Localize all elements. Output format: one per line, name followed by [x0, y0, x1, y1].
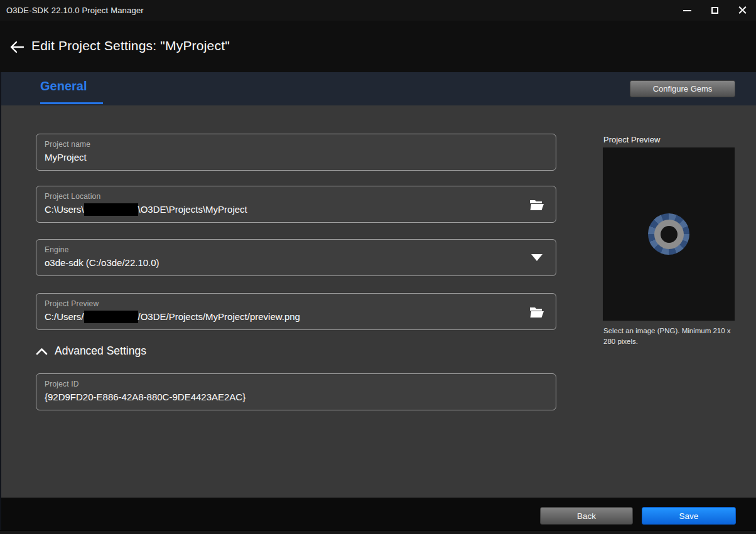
- project-location-label: Project Location: [45, 192, 556, 201]
- project-id-value: {92D9FD20-E886-42A8-880C-9DE4423AE2AC}: [45, 392, 556, 402]
- engine-dropdown[interactable]: Engine o3de-sdk (C:/o3de/22.10.0): [36, 239, 556, 276]
- project-id-field[interactable]: Project ID {92D9FD20-E886-42A8-880C-9DE4…: [36, 373, 556, 410]
- browse-location-button[interactable]: [528, 196, 546, 213]
- preview-helper-text: Select an image (PNG). Minimum 210 x 280…: [603, 326, 737, 346]
- o3de-logo-icon: [648, 213, 689, 255]
- title-bar: O3DE-SDK 22.10.0 Project Manager: [0, 0, 756, 21]
- redacted-username: [84, 203, 138, 216]
- tab-general-underline: [40, 102, 103, 104]
- advanced-settings-label: Advanced Settings: [55, 344, 146, 358]
- project-preview-path-field[interactable]: Project Preview C:/Users//O3DE/Projects/…: [36, 293, 556, 330]
- footer-bar: Back Save: [0, 498, 756, 530]
- engine-label: Engine: [45, 245, 556, 254]
- maximize-button[interactable]: [701, 0, 728, 21]
- project-name-field[interactable]: Project name MyProject: [36, 134, 556, 171]
- engine-dropdown-button[interactable]: [528, 249, 546, 267]
- project-preview-image: [603, 147, 735, 321]
- project-id-label: Project ID: [45, 380, 556, 388]
- project-manager-window: O3DE-SDK 22.10.0 Project Manager Edit Pr…: [0, 0, 756, 534]
- folder-open-icon: [529, 306, 544, 318]
- window-title: O3DE-SDK 22.10.0 Project Manager: [0, 6, 144, 15]
- preview-panel-title: Project Preview: [603, 135, 660, 144]
- redacted-username: [84, 311, 138, 323]
- advanced-settings-toggle[interactable]: Advanced Settings: [36, 344, 146, 358]
- back-arrow-button[interactable]: [8, 38, 26, 56]
- tab-bar: General Configure Gems: [1, 72, 756, 105]
- back-button[interactable]: Back: [540, 507, 633, 525]
- chevron-up-icon: [36, 348, 48, 355]
- taskbar-edge: [0, 530, 756, 534]
- project-location-field[interactable]: Project Location C:\Users\\O3DE\Projects…: [36, 186, 556, 223]
- page-header: Edit Project Settings: "MyProject": [0, 21, 756, 72]
- main-content: Project name MyProject Project Location …: [1, 105, 756, 498]
- project-name-label: Project name: [45, 140, 556, 149]
- screen-edge-sliver: [0, 72, 1, 530]
- window-controls: [673, 0, 756, 21]
- save-button[interactable]: Save: [642, 507, 736, 525]
- page-title: Edit Project Settings: "MyProject": [31, 38, 230, 53]
- close-button[interactable]: [728, 0, 756, 21]
- project-preview-path-label: Project Preview: [45, 299, 556, 308]
- tab-general[interactable]: General: [40, 79, 87, 93]
- minimize-icon: [683, 10, 691, 11]
- browse-preview-button[interactable]: [528, 303, 546, 321]
- back-arrow-icon: [9, 41, 24, 53]
- chevron-down-icon: [531, 254, 543, 261]
- minimize-button[interactable]: [673, 0, 701, 21]
- maximize-icon: [711, 7, 718, 14]
- project-preview-path-value: C:/Users//O3DE/Projects/MyProject/previe…: [45, 311, 556, 323]
- project-name-value: MyProject: [45, 152, 556, 163]
- project-location-value: C:\Users\\O3DE\Projects\MyProject: [45, 204, 556, 216]
- engine-value: o3de-sdk (C:/o3de/22.10.0): [45, 257, 556, 268]
- close-icon: [738, 6, 747, 14]
- folder-open-icon: [529, 198, 544, 211]
- configure-gems-button[interactable]: Configure Gems: [630, 80, 735, 97]
